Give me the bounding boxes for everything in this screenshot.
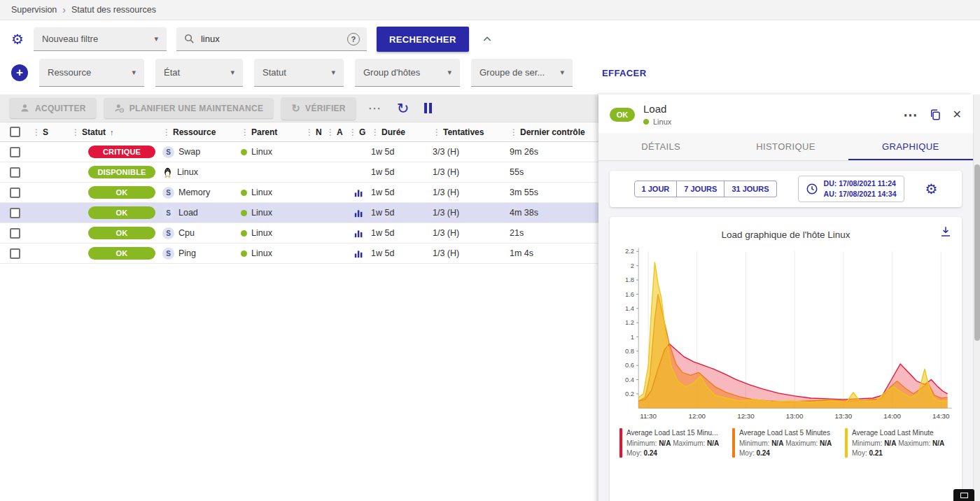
export-graph-icon[interactable] [939, 225, 952, 238]
last-check-value: 9m 26s [510, 147, 538, 157]
column-header-tentatives[interactable]: ⋮ Tentatives [433, 127, 510, 137]
filter-settings-gear-icon[interactable]: ⚙ [11, 32, 24, 46]
filter-chip-ressource[interactable]: Ressource ▾ [39, 59, 144, 87]
graph-icon[interactable] [354, 188, 363, 197]
copy-link-icon[interactable] [929, 108, 941, 121]
resource-name: Linux [177, 167, 198, 177]
svg-text:0.4: 0.4 [625, 376, 634, 383]
row-checkbox[interactable] [10, 147, 20, 157]
column-header-a[interactable]: ⋮ A [326, 127, 349, 137]
legend-item-load5[interactable]: Average Load Last 5 Minutes Minimum: N/A… [732, 428, 839, 459]
custom-period-picker[interactable]: DU: 17/08/2021 11:24 AU: 17/08/2021 14:3… [798, 176, 904, 202]
tab-details[interactable]: DÉTAILS [598, 133, 723, 160]
resource-name: Memory [178, 188, 210, 197]
service-type-icon: S [162, 227, 174, 239]
tries-value: 3/3 (H) [433, 147, 459, 157]
graph-settings-gear-icon[interactable]: ⚙ [925, 182, 938, 196]
search-help-icon[interactable]: ? [347, 33, 360, 45]
tab-graphique[interactable]: GRAPHIQUE [848, 133, 973, 160]
legend-item-load1[interactable]: Average Load Last Minute Minimum: N/A Ma… [845, 428, 952, 459]
filter-chip-etat[interactable]: État ▾ [155, 59, 243, 87]
column-drag-icon[interactable]: ⋮ [433, 127, 441, 137]
filter-chip-label: Group d'hôtes [363, 67, 420, 78]
table-row[interactable]: OK S Cpu Linux 1w 5d 1/3 (H) 21s [0, 223, 598, 244]
table-row[interactable]: DISPONIBLE Linux 1w 5d 1/3 (H) 55s [0, 162, 598, 183]
scrollbar-thumb[interactable] [974, 164, 980, 341]
column-header-statut[interactable]: ⋮ Statut ↑ [71, 127, 162, 137]
check-button[interactable]: ↻ VÉRIFIER [281, 97, 356, 120]
svg-text:11:30: 11:30 [640, 412, 657, 420]
table-row[interactable]: OK S Memory Linux 1w 5d 1/3 (H) 3m 55s [0, 183, 598, 203]
search-button[interactable]: RECHERCHER [377, 27, 469, 52]
legend-item-load15[interactable]: Average Load Last 15 Minu... Minimum: N/… [620, 428, 727, 459]
column-drag-icon[interactable]: ⋮ [32, 127, 41, 137]
filter-chip-statut[interactable]: Statut ▾ [254, 59, 344, 87]
column-header-ressource[interactable]: ⋮ Ressource [162, 127, 241, 137]
legend-avg-value: 0.24 [756, 449, 769, 457]
column-drag-icon[interactable]: ⋮ [326, 127, 335, 137]
column-header-parent[interactable]: ⋮ Parent [241, 127, 305, 137]
filter-chip-groupe-hotes[interactable]: Group d'hôtes ▾ [355, 59, 460, 87]
range-31days-button[interactable]: 31 JOURS [724, 181, 776, 197]
acknowledge-button[interactable]: ACQUITTER [10, 98, 96, 118]
column-drag-icon[interactable]: ⋮ [71, 127, 80, 137]
column-drag-icon[interactable]: ⋮ [162, 127, 171, 137]
column-drag-icon[interactable]: ⋮ [241, 127, 249, 137]
clear-filters-button[interactable]: EFFACER [602, 68, 646, 78]
collapse-filters-chevron-icon[interactable] [482, 34, 493, 45]
tries-value: 1/3 (H) [433, 248, 459, 258]
legend-avg-value: 0.21 [869, 449, 882, 457]
fullscreen-icon [960, 493, 968, 498]
range-1day-button[interactable]: 1 JOUR [634, 181, 678, 197]
filter-chip-groupe-services[interactable]: Groupe de ser... ▾ [471, 59, 573, 87]
refresh-list-button[interactable]: ↻ [394, 101, 412, 115]
chevron-down-icon: ▾ [331, 68, 335, 77]
range-7days-button[interactable]: 7 JOURS [677, 181, 724, 197]
tab-historique[interactable]: HISTORIQUE [723, 133, 848, 160]
table-row[interactable]: CRITIQUE S Swap Linux 1w 5d 3/3 (H) 9m 2… [0, 142, 598, 162]
table-row[interactable]: OK S Ping Linux 1w 5d 1/3 (H) 1m 4s [0, 244, 598, 264]
svg-text:0.8: 0.8 [625, 348, 634, 355]
clock-icon [806, 183, 818, 195]
set-downtime-button[interactable]: PLANIFIER UNE MAINTENANCE [104, 98, 274, 118]
graph-icon[interactable] [354, 209, 363, 218]
pause-autorefresh-button[interactable] [420, 103, 436, 113]
close-panel-icon[interactable]: ✕ [953, 108, 962, 121]
column-drag-icon[interactable]: ⋮ [349, 127, 357, 137]
filter-preset-select[interactable]: Nouveau filtre ▾ [34, 27, 167, 51]
column-header-duree[interactable]: ⋮ Durée [371, 127, 433, 137]
panel-status-badge: OK [610, 108, 635, 122]
tries-value: 1/3 (H) [433, 167, 459, 177]
table-row-selected[interactable]: OK S Load Linux 1w 5d 1/3 (H) 4m 38s [0, 203, 598, 223]
fullscreen-button[interactable] [953, 489, 974, 501]
filter-chip-label: Groupe de ser... [479, 67, 545, 78]
breadcrumb-section[interactable]: Supervision [11, 5, 57, 15]
search-input[interactable] [201, 34, 342, 44]
panel-more-button[interactable]: ⋯ [904, 111, 918, 118]
row-checkbox[interactable] [10, 248, 20, 259]
column-header-g[interactable]: ⋮ G [349, 127, 371, 137]
column-drag-icon[interactable]: ⋮ [371, 127, 379, 137]
select-all-checkbox[interactable] [10, 127, 20, 137]
svg-text:1.6: 1.6 [625, 291, 634, 298]
column-header-dernier-controle[interactable]: ⋮ Dernier contrôle [510, 127, 598, 137]
row-checkbox[interactable] [10, 167, 20, 178]
row-checkbox[interactable] [10, 228, 20, 239]
row-checkbox[interactable] [10, 188, 20, 198]
add-criteria-button[interactable]: + [11, 64, 28, 81]
graph-icon[interactable] [354, 229, 363, 238]
svg-text:12:00: 12:00 [688, 412, 706, 420]
column-drag-icon[interactable]: ⋮ [305, 127, 314, 137]
resource-name: Cpu [178, 228, 195, 238]
vertical-scrollbar[interactable] [973, 94, 980, 501]
graph-card: Load graphique de l'hôte Linux 0.20.40.6… [610, 217, 962, 501]
recheck-icon: ↻ [291, 102, 300, 115]
column-drag-icon[interactable]: ⋮ [510, 127, 518, 137]
more-actions-button[interactable]: ⋯ [364, 100, 386, 116]
row-checkbox[interactable] [10, 208, 20, 218]
column-header-n[interactable]: ⋮ N [305, 127, 326, 137]
chevron-down-icon: ▾ [447, 68, 451, 77]
duration-value: 1w 5d [371, 147, 394, 157]
column-header-s[interactable]: ⋮ S [32, 127, 71, 137]
graph-icon[interactable] [354, 249, 363, 258]
